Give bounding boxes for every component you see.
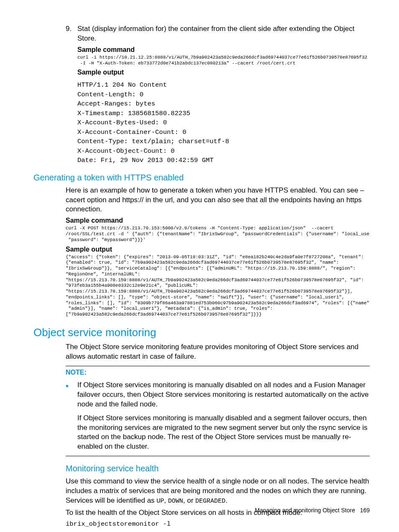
- health-command: ibrix_objectstoremonitor -l: [66, 520, 370, 528]
- token-sample-command: curl -X POST https://15.213.70.153:5000/…: [66, 226, 370, 243]
- footer-page-number: 169: [360, 507, 370, 514]
- sample-output-code: HTTP/1.1 204 No Content Content-Length: …: [77, 80, 370, 165]
- status-up: UP: [156, 498, 164, 505]
- document-page: 9. Stat (display information for) the co…: [0, 0, 399, 532]
- note-block: NOTE: • If Object Store services monitor…: [66, 366, 370, 457]
- monitoring-intro: The Object Store service monitoring feat…: [66, 342, 370, 362]
- note-rule-top: [66, 366, 370, 366]
- sample-output-label: Sample output: [66, 246, 370, 253]
- bullet-icon: •: [66, 380, 77, 409]
- health-p1: Use this command to view the service hea…: [66, 477, 370, 506]
- page-footer: Managing and monitoring Object Store 169: [255, 507, 370, 514]
- sample-command-label: Sample command: [77, 46, 370, 54]
- footer-title: Managing and monitoring Object Store: [255, 507, 355, 514]
- note-text-2: If Object Store services monitoring is m…: [77, 414, 370, 452]
- note-text-1: If Object Store services monitoring is m…: [77, 380, 370, 409]
- token-sample-output: {"access": {"token": {"expires": "2013-0…: [66, 254, 370, 318]
- subsection-heading-health: Monitoring service health: [66, 464, 370, 473]
- section-heading-monitoring: Object service monitoring: [33, 326, 370, 339]
- note-label: NOTE:: [66, 369, 370, 376]
- section-heading-token: Generating a token with HTTPS enabled: [33, 173, 370, 182]
- sample-output-label: Sample output: [77, 69, 370, 76]
- step-text: Stat (display information for) the conta…: [77, 24, 370, 44]
- sample-command-code: curl -i https://10.21.12.25:8888/v1/AUTH…: [77, 55, 370, 67]
- status-down: DOWN: [168, 498, 183, 505]
- note-rule-bottom: [66, 456, 370, 456]
- step-9: 9. Stat (display information for) the co…: [66, 24, 370, 165]
- step-number: 9.: [66, 24, 77, 44]
- token-intro: Here is an example of how to generate a …: [66, 186, 370, 215]
- sample-command-label: Sample command: [66, 217, 370, 224]
- status-degraded: DEGRADED: [195, 498, 225, 505]
